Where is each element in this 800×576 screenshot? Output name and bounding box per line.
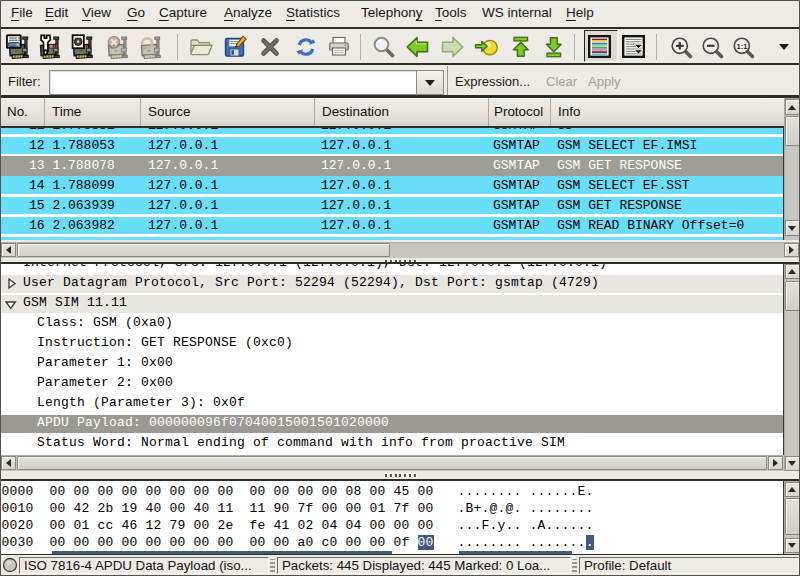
svg-text:1:1: 1:1 bbox=[737, 41, 749, 50]
